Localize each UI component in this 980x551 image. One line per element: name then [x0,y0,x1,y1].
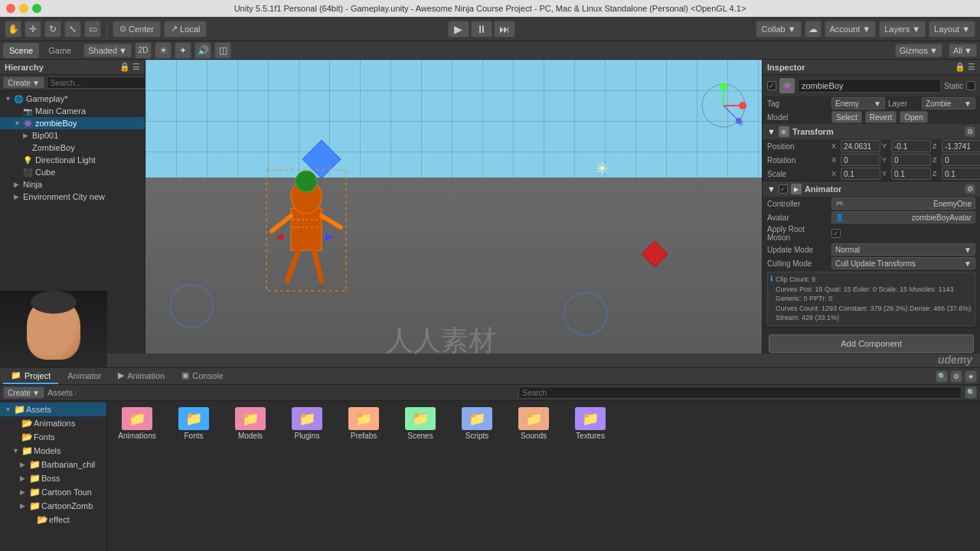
layers-dropdown[interactable]: Layers ▼ [879,21,926,37]
search-icon-btn[interactable]: 🔍 [965,386,977,399]
asset-tree-item-animations[interactable]: 📂Animations [0,416,106,430]
move-tool-btn[interactable]: ✛ [24,21,41,37]
asset-item-textures[interactable]: 📁Textures [564,404,617,443]
hierarchy-item-maincamera[interactable]: 📷Main Camera [0,105,145,117]
pause-btn[interactable]: ⏸ [471,21,492,37]
inspector-menu-btn[interactable]: ☰ [968,62,975,72]
asset-tree-item-cartoontoun[interactable]: ▶📁Cartoon Toun [0,485,106,499]
static-checkbox[interactable] [966,81,975,90]
tab-project[interactable]: 📁 Project [3,368,58,384]
hierarchy-item-directionallight[interactable]: 💡Directional Light [0,154,145,166]
hierarchy-item-envCity[interactable]: ▶Environment City new [0,191,145,203]
hierarchy-item-zombieboy[interactable]: ▼👾zombieBoy [0,117,145,129]
animator-active-checkbox[interactable] [779,184,788,194]
inspector-lock-btn[interactable]: 🔒 [955,62,965,72]
pos-z-field[interactable] [942,140,980,152]
asset-item-sounds[interactable]: 📁Sounds [507,404,560,443]
pos-y-field[interactable] [891,140,931,152]
hierarchy-item-gameplay[interactable]: ▼🌐Gameplay* [0,93,145,105]
animator-settings-btn[interactable]: ⚙ [965,184,975,194]
asset-item-animations[interactable]: 📁Animations [110,404,164,443]
layer-dropdown[interactable]: Zombie ▼ [922,97,975,109]
avatar-dropdown[interactable]: 👤 zombieBoyAvatar [831,211,975,223]
rot-z-field[interactable] [942,154,980,166]
asset-item-scripts[interactable]: 📁Scripts [450,404,504,443]
game-tab[interactable]: Game [42,43,77,58]
hierarchy-search-input[interactable] [47,77,152,89]
hierarchy-item-ninja[interactable]: ▶Ninja [0,178,145,191]
viewport[interactable]: ✳ [145,60,762,354]
culling-dropdown[interactable]: Cull Update Transforms ▼ [831,257,975,269]
asset-item-scenes[interactable]: 📁Scenes [394,404,447,443]
lighting-toggle[interactable]: ☀ [155,42,172,59]
tag-dropdown[interactable]: Enemy ▼ [831,97,885,109]
fx-toggle[interactable]: ✦ [175,42,191,59]
hierarchy-item-cube[interactable]: ⬛Cube [0,166,145,178]
tab-animator[interactable]: Animator [60,369,109,384]
obj-active-checkbox[interactable] [767,81,776,90]
revert-btn[interactable]: Revert [865,111,897,123]
add-component-btn[interactable]: Add Component [769,334,974,353]
asset-tree-item-boss[interactable]: ▶📁Boss [0,471,106,485]
asset-item-models[interactable]: 📁Models [224,404,277,443]
hierarchy-create-btn[interactable]: Create ▼ [3,77,44,89]
rot-x-field[interactable] [841,154,880,166]
layout-dropdown[interactable]: Layout ▼ [929,21,975,37]
asset-tree-item-assets[interactable]: ▼📁Assets [0,403,106,416]
asset-tree-item-fonts[interactable]: 📂Fonts [0,430,106,444]
controller-dropdown[interactable]: 🎮 EnemyOne [831,197,975,210]
rect-tool-btn[interactable]: ▭ [84,21,101,37]
gizmos-dropdown[interactable]: Gizmos ▼ [895,44,942,57]
collab-dropdown[interactable]: Collab ▼ [756,21,801,37]
shaded-dropdown[interactable]: Shaded ▼ [83,44,132,57]
2d-toggle[interactable]: 2D [135,42,152,59]
cloud-btn[interactable]: ☁ [805,21,822,37]
scale-x-field[interactable] [841,168,880,180]
play-btn[interactable]: ▶ [448,21,469,37]
center-toggle-btn[interactable]: ⊙ Center [113,21,161,37]
asset-tree-item-cartoonzomb[interactable]: ▶📁CartoonZomb [0,499,106,513]
update-mode-dropdown[interactable]: Normal ▼ [831,243,975,256]
asset-item-fonts[interactable]: 📁Fonts [167,404,220,443]
audio-toggle[interactable]: 🔊 [194,42,211,59]
scale-tool-btn[interactable]: ⤡ [64,21,81,37]
maximize-button[interactable] [32,4,41,13]
open-btn[interactable]: Open [900,111,927,123]
hierarchy-item-zombieboy2[interactable]: ZombieBoy [0,142,145,154]
scale-y-field[interactable] [891,168,931,180]
project-create-btn[interactable]: Create ▼ [3,386,44,399]
hand-tool-btn[interactable]: ✋ [5,21,21,37]
local-toggle-btn[interactable]: ↗ Local [164,21,207,37]
bottom-search-btn[interactable]: 🔍 [936,370,948,383]
asset-tree-item-models[interactable]: ▼📁Models [0,444,106,458]
hierarchy-lock-btn[interactable]: 🔒 [119,62,130,72]
asset-tree-item-barbarian[interactable]: ▶📁Barbarian_chil [0,458,106,471]
scene-view-btn[interactable]: ◫ [214,42,231,59]
transform-header[interactable]: ▼ ⊕ Transform ⚙ [763,124,980,139]
hierarchy-menu-btn[interactable]: ☰ [132,62,140,72]
asset-tree-item-effect[interactable]: 📂effect [0,513,106,527]
rotate-tool-btn[interactable]: ↻ [44,21,61,37]
rot-y-field[interactable] [891,154,931,166]
pos-x-field[interactable] [841,140,880,152]
hierarchy-item-bip001[interactable]: ▶Bip001 [0,129,145,142]
obj-name-input[interactable] [798,79,941,93]
traffic-lights[interactable] [6,4,41,13]
tab-console[interactable]: ▣ Console [174,368,230,384]
asset-item-prefabs[interactable]: 📁Prefabs [337,404,390,443]
viewport-gizmo[interactable]: X Y Z [701,83,746,129]
select-btn[interactable]: Select [831,111,862,123]
close-button[interactable] [6,4,15,13]
transform-settings-btn[interactable]: ⚙ [965,126,975,137]
all-dropdown[interactable]: All ▼ [949,44,977,57]
asset-item-plugins[interactable]: 📁Plugins [280,404,334,443]
step-btn[interactable]: ⏭ [494,21,515,37]
apply-root-checkbox[interactable] [831,229,841,238]
minimize-button[interactable] [19,4,28,13]
bottom-lock-btn[interactable]: ★ [965,370,977,383]
account-dropdown[interactable]: Account ▼ [825,21,877,37]
scene-tab[interactable]: Scene [3,43,39,58]
project-search-input[interactable] [518,386,962,399]
animator-header[interactable]: ▼ ▶ Animator ⚙ [763,181,980,197]
scale-z-field[interactable] [942,168,980,180]
